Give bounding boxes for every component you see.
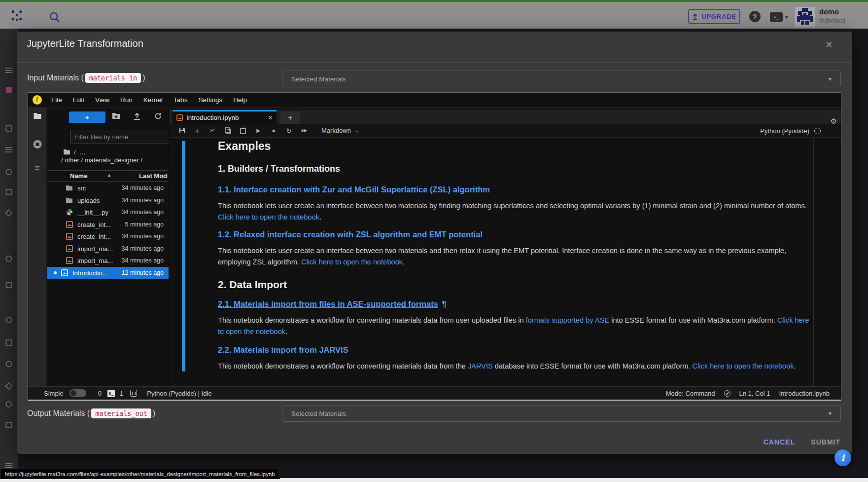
sidebar-item-icon[interactable]: [6, 256, 12, 262]
close-icon[interactable]: ×: [824, 37, 834, 52]
mode-indicator[interactable]: Mode: Command: [666, 390, 715, 397]
column-header-name[interactable]: Name: [70, 172, 87, 180]
new-launcher-button[interactable]: +: [69, 111, 105, 123]
upgrade-button[interactable]: UPGRADE: [688, 9, 740, 24]
sidebar-item-icon[interactable]: [6, 361, 12, 367]
sidebar-item-icon[interactable]: [5, 209, 13, 217]
file-row-selected[interactable]: Introductio... 12 minutes ago: [47, 267, 169, 279]
menu-help[interactable]: Help: [228, 96, 252, 104]
menu-tabs[interactable]: Tabs: [168, 96, 193, 104]
text: This notebook demonstrates a workflow fo…: [218, 316, 526, 324]
kernels-count[interactable]: 1: [120, 390, 123, 397]
heading-2-1[interactable]: 2.1. Materials import from files in ASE-…: [218, 299, 812, 309]
sidebar-accent-icon[interactable]: [6, 87, 12, 93]
stop-icon[interactable]: ■: [270, 128, 278, 133]
sidebar-item-icon[interactable]: [6, 401, 12, 408]
app-sidebar: [0, 29, 18, 482]
sidebar-menu-icon[interactable]: [5, 68, 13, 73]
run-icon[interactable]: ▶: [254, 128, 262, 133]
pilcrow-anchor[interactable]: ¶: [442, 299, 447, 308]
table-of-contents-tab-icon[interactable]: ≡: [35, 164, 40, 172]
cursor-position[interactable]: Ln 1, Col 1: [739, 390, 770, 397]
add-tab-button[interactable]: +: [280, 111, 300, 124]
sort-ascending-icon[interactable]: ▲: [107, 173, 111, 178]
sidebar-item-icon[interactable]: [6, 339, 12, 346]
kernel-status-text[interactable]: Python (Pyodide) | Idle: [147, 390, 211, 397]
jupyter-status-bar: Simple 0 s_ 1 Python (Pyodide) | Idle Mo…: [28, 386, 841, 400]
sidebar-item-icon[interactable]: [6, 169, 12, 175]
help-icon[interactable]: ?: [749, 11, 761, 22]
ase-formats-link[interactable]: formats supported by ASE: [526, 316, 610, 324]
save-icon[interactable]: [178, 127, 186, 134]
cell-type-select[interactable]: Markdown ⌄: [321, 127, 359, 134]
refresh-icon[interactable]: [154, 112, 162, 122]
sessions-icon: s_: [107, 390, 115, 397]
sidebar-item-icon[interactable]: [6, 422, 12, 428]
chevron-down-icon: ▼: [784, 14, 789, 20]
close-icon[interactable]: ×: [268, 114, 273, 122]
sidebar-item-icon[interactable]: [5, 147, 13, 152]
notebook-link[interactable]: Click here to open the notebook: [693, 362, 794, 370]
kernel-indicator[interactable]: Python (Pyodide): [760, 124, 821, 138]
notebook-link[interactable]: Click here to open the notebook: [301, 258, 403, 266]
file-row[interactable]: create_int... 5 minutes ago: [47, 219, 169, 230]
info-button[interactable]: i: [834, 449, 851, 466]
file-filter-input[interactable]: [74, 133, 171, 141]
sidebar-item-icon[interactable]: [6, 282, 12, 288]
breadcrumb-path[interactable]: / other / materials_designer /: [61, 156, 142, 165]
notebook-link[interactable]: Click here to open the notebook: [218, 213, 319, 221]
simple-mode-toggle[interactable]: [69, 389, 86, 397]
upload-icon[interactable]: [134, 112, 140, 122]
input-selected-materials-select[interactable]: Selected Materials ▾: [282, 71, 841, 87]
file-row[interactable]: src 34 minutes ago: [47, 182, 169, 194]
copy-icon[interactable]: [224, 127, 232, 134]
heading-1-2[interactable]: 1.2. Relaxed interface creation with ZSL…: [218, 230, 812, 239]
tab-introduction-ipynb[interactable]: Introduction.ipynb ×: [173, 110, 277, 124]
insert-cell-icon[interactable]: +: [193, 127, 201, 134]
heading-2-2[interactable]: 2.2. Materials import from JARVIS: [218, 345, 812, 355]
menu-run[interactable]: Run: [115, 96, 138, 104]
menu-settings[interactable]: Settings: [193, 96, 228, 104]
menu-edit[interactable]: Edit: [68, 96, 90, 104]
avatar[interactable]: [795, 7, 815, 27]
running-kernels-tab-icon[interactable]: [33, 140, 41, 148]
breadcrumb-ellipsis[interactable]: …: [79, 148, 86, 156]
cancel-button[interactable]: CANCEL: [764, 435, 795, 449]
file-row[interactable]: create_int... 34 minutes ago: [47, 230, 169, 242]
menu-view[interactable]: View: [90, 96, 115, 104]
terminals-count[interactable]: 0: [98, 390, 102, 397]
sidebar-item-icon[interactable]: [6, 125, 12, 132]
mat3ra-logo-icon[interactable]: [9, 8, 25, 24]
accessibility-icon[interactable]: [724, 390, 730, 397]
sidebar-item-icon[interactable]: [6, 317, 12, 323]
jarvis-link[interactable]: JARVIS: [468, 362, 493, 370]
file-browser-tab-icon[interactable]: [33, 112, 41, 121]
heading-2-1-text[interactable]: 2.1. Materials import from files in ASE-…: [218, 299, 438, 308]
restart-run-all-icon[interactable]: ▶▶: [300, 129, 308, 133]
search-icon[interactable]: [48, 11, 61, 24]
status-left: Simple 0 s_ 1 Python (Pyodide) | Idle: [44, 389, 212, 397]
app-top-bar: UPGRADE ? >_ ▼ demo Individual: [0, 2, 868, 29]
column-header-modified[interactable]: Last Modified: [139, 172, 168, 180]
output-selected-materials-select[interactable]: Selected Materials ▾: [282, 405, 841, 422]
file-row[interactable]: __init__.py 34 minutes ago: [47, 206, 169, 218]
sidebar-item-icon[interactable]: [5, 382, 13, 390]
notebook-content[interactable]: Examples 1. Builders / Transformations 1…: [169, 138, 841, 386]
file-row[interactable]: uploads 34 minutes ago: [47, 194, 169, 206]
console-menu-button[interactable]: >_ ▼: [770, 12, 789, 22]
sidebar-item-icon[interactable]: [5, 463, 13, 468]
restart-kernel-icon[interactable]: ↻: [285, 127, 293, 134]
scrollbar-track[interactable]: [813, 138, 814, 386]
file-row[interactable]: import_ma... 34 minutes ago: [47, 243, 169, 255]
home-folder-icon[interactable]: [63, 149, 70, 155]
text: .: [319, 213, 321, 221]
paste-icon[interactable]: [239, 127, 247, 134]
new-folder-icon[interactable]: [112, 112, 120, 121]
heading-1-1[interactable]: 1.1. Interface creation with Zur and McG…: [218, 185, 812, 194]
menu-file[interactable]: File: [46, 96, 68, 104]
file-row[interactable]: import_ma... 34 minutes ago: [47, 255, 169, 266]
sidebar-item-icon[interactable]: [6, 189, 12, 195]
submit-button[interactable]: SUBMIT: [811, 435, 840, 449]
menu-kernel[interactable]: Kernel: [138, 96, 168, 104]
cut-icon[interactable]: ✂: [208, 127, 216, 134]
